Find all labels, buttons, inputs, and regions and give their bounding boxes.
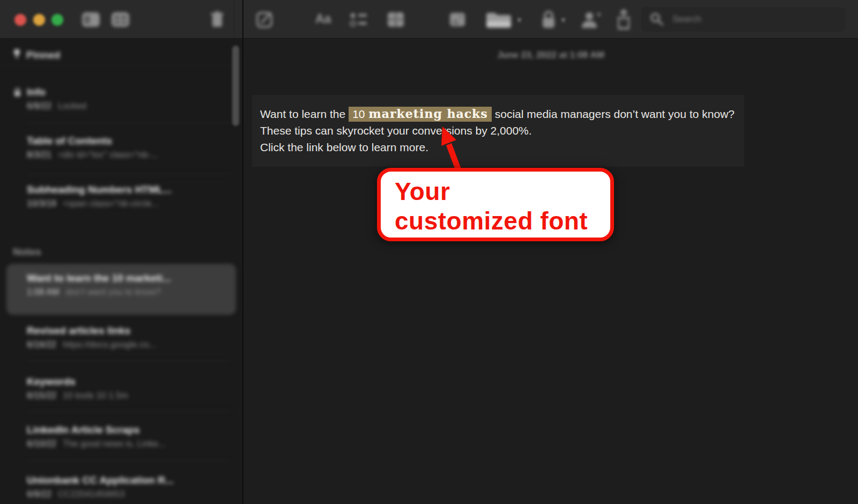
format-button[interactable]: Aa: [315, 12, 331, 26]
note-date: June 23, 2022 at 1:08 AM: [243, 50, 858, 61]
pinned-section-header: Pinned: [13, 49, 60, 62]
share-icon[interactable]: [616, 9, 632, 29]
close-button[interactable]: [14, 14, 26, 26]
checklist-icon[interactable]: [350, 12, 368, 28]
folder-icon[interactable]: [485, 11, 512, 29]
chevron-down-icon: ▼: [516, 16, 523, 24]
lock-icon: [13, 87, 21, 99]
divider: [0, 65, 242, 66]
notes-list-sidebar: Pinned Info 6/9/22Locked Table of Conten…: [0, 39, 242, 504]
callout-your-customized-font: Your customized font: [377, 168, 614, 241]
note-list-item-revised[interactable]: Revised articles links 6/16/22https://do…: [0, 325, 242, 362]
divider: [27, 174, 231, 175]
media-icon[interactable]: [449, 12, 465, 27]
pin-icon: [13, 49, 21, 62]
divider: [27, 361, 231, 361]
note-list-item-selected[interactable]: Want to learn the 10 marketi... 1:08 AMd…: [0, 272, 242, 310]
search-field[interactable]: Search: [641, 7, 845, 32]
note-body[interactable]: Want to learn the10marketing hackssocial…: [252, 95, 744, 167]
table-icon[interactable]: [387, 12, 404, 27]
note-list-item-toc[interactable]: Table of Contents 8/3/21<div id="toc" cl…: [0, 135, 242, 173]
zoom-button[interactable]: [51, 14, 63, 26]
gallery-view-button[interactable]: [111, 11, 130, 28]
highlighted-text: 10marketing hacks: [349, 107, 492, 122]
sidebar-scrollbar[interactable]: [232, 46, 239, 126]
chevron-down-icon: ▼: [560, 16, 567, 24]
note-list-item-info[interactable]: Info 6/9/22Locked: [0, 86, 242, 124]
divider: [27, 123, 231, 123]
note-list-item-unionbank[interactable]: Unionbank CC Application R... 6/9/22CC22…: [0, 475, 242, 504]
note-line-3: Click the link below to learn more.: [260, 139, 731, 155]
toolbar: Aa ▼ ▼ Search: [0, 0, 858, 39]
search-placeholder: Search: [672, 14, 701, 25]
notes-list: Pinned Info 6/9/22Locked Table of Conten…: [0, 39, 242, 504]
minimize-button[interactable]: [33, 14, 45, 26]
note-editor: June 23, 2022 at 1:08 AM Want to learn t…: [243, 39, 858, 504]
toolbar-divider: [234, 0, 234, 39]
notes-section-header: Notes: [13, 246, 41, 258]
notes-window: Aa ▼ ▼ Search: [0, 0, 858, 504]
search-icon: [650, 12, 664, 26]
divider: [27, 461, 231, 461]
divider: [27, 411, 231, 412]
trash-icon[interactable]: [210, 11, 224, 28]
callout-label: Your customized font: [395, 177, 593, 236]
note-line-2: These tips can skyrocket your conversion…: [260, 122, 731, 139]
lock-icon[interactable]: [541, 10, 557, 29]
format-button-label: Aa: [315, 12, 331, 26]
list-view-button[interactable]: [82, 11, 100, 28]
blackletter-text: marketing hacks: [369, 107, 488, 121]
collaborate-icon[interactable]: [580, 11, 602, 29]
note-line-1: Want to learn the10marketing hackssocial…: [260, 106, 731, 122]
note-list-item-keywords[interactable]: Keywords 6/15/2210 tools 10 1.5m: [0, 376, 242, 413]
new-note-icon[interactable]: [256, 11, 273, 28]
note-list-item-linkedin[interactable]: LinkedIn Article Scraps 6/10/22The good …: [0, 424, 242, 462]
note-list-item-subheading[interactable]: Subheading Numbers HTML... 10/3/19<span …: [0, 184, 242, 221]
